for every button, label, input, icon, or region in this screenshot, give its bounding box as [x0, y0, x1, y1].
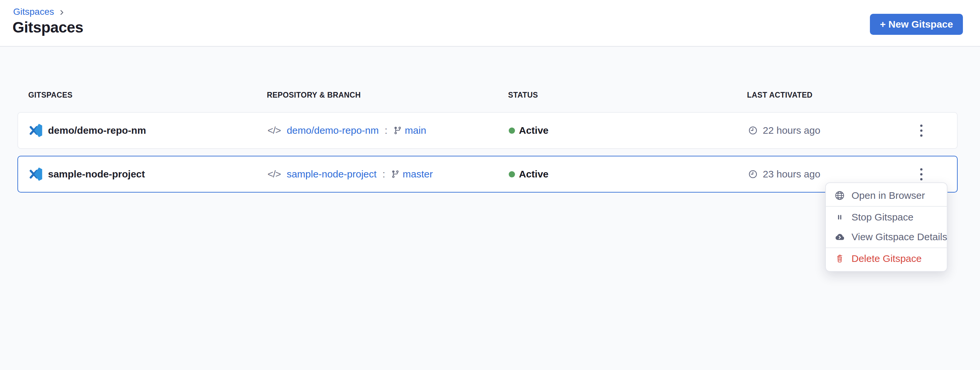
trash-icon	[834, 254, 846, 264]
branch-link[interactable]: master	[402, 168, 433, 180]
status-cell: Active	[509, 113, 549, 148]
page-header: Gitspaces Gitspaces + New Gitspace	[0, 0, 980, 47]
vscode-icon	[29, 167, 43, 181]
gitspace-cell: demo/demo-repo-nm	[29, 113, 146, 148]
repository-branch-cell: </> demo/demo-repo-nm : main	[267, 113, 426, 148]
last-activated-label: 23 hours ago	[763, 168, 820, 180]
globe-icon	[834, 190, 846, 201]
vscode-icon	[29, 123, 43, 138]
status-label: Active	[519, 125, 549, 136]
menu-item-label: Open in Browser	[851, 190, 925, 201]
page-title: Gitspaces	[13, 18, 83, 36]
repo-branch-separator: :	[383, 168, 385, 180]
column-header-gitspaces: GITSPACES	[28, 91, 73, 100]
row-actions-kebab-button[interactable]	[910, 119, 933, 142]
menu-item-label: Stop Gitspace	[851, 211, 913, 223]
column-header-status: STATUS	[508, 91, 538, 100]
clock-icon	[748, 125, 758, 136]
code-icon: </>	[267, 168, 281, 180]
branch-link[interactable]: main	[405, 125, 426, 136]
menu-item-stop-gitspace[interactable]: Stop Gitspace	[826, 207, 947, 227]
menu-item-delete-gitspace[interactable]: Delete Gitspace	[826, 249, 947, 268]
breadcrumb: Gitspaces	[13, 6, 66, 17]
last-activated-label: 22 hours ago	[763, 125, 820, 136]
table-row[interactable]: sample-node-project </> sample-node-proj…	[18, 156, 958, 192]
repo-branch-separator: :	[385, 125, 387, 136]
table-header: GITSPACES REPOSITORY & BRANCH STATUS LAS…	[0, 91, 980, 101]
menu-item-label: Delete Gitspace	[851, 253, 921, 264]
column-header-last-activated: LAST ACTIVATED	[747, 91, 812, 100]
row-actions-menu: Open in Browser Stop Gitspace View Gitsp…	[825, 183, 947, 272]
git-branch-icon	[393, 126, 402, 135]
menu-divider	[826, 248, 947, 248]
status-cell: Active	[509, 156, 549, 192]
breadcrumb-link-gitspaces[interactable]: Gitspaces	[13, 6, 54, 17]
clock-icon	[748, 169, 758, 179]
code-icon: </>	[267, 125, 281, 136]
menu-divider	[826, 206, 947, 207]
menu-item-label: View Gitspace Details	[851, 231, 947, 243]
repository-branch-cell: </> sample-node-project : master	[267, 156, 433, 192]
last-activated-cell: 23 hours ago	[748, 156, 820, 192]
repository-link[interactable]: sample-node-project	[286, 168, 376, 180]
last-activated-cell: 22 hours ago	[748, 113, 820, 148]
status-dot	[509, 127, 515, 134]
table-row[interactable]: demo/demo-repo-nm </> demo/demo-repo-nm …	[18, 112, 958, 149]
chevron-right-icon	[57, 8, 66, 17]
repository-link[interactable]: demo/demo-repo-nm	[286, 125, 379, 136]
menu-item-open-in-browser[interactable]: Open in Browser	[826, 186, 947, 205]
gitspace-cell: sample-node-project	[29, 156, 145, 192]
git-branch-icon	[391, 170, 399, 178]
menu-item-view-gitspace-details[interactable]: View Gitspace Details	[826, 227, 947, 247]
status-label: Active	[519, 168, 549, 180]
gitspace-name: sample-node-project	[48, 168, 145, 180]
status-dot	[509, 171, 515, 178]
column-header-repository-branch: REPOSITORY & BRANCH	[267, 91, 361, 100]
cloud-icon	[834, 231, 846, 243]
pause-icon	[834, 212, 846, 222]
gitspaces-page: Gitspaces Gitspaces + New Gitspace GITSP…	[0, 0, 980, 370]
gitspace-name: demo/demo-repo-nm	[48, 125, 146, 136]
new-gitspace-button[interactable]: + New Gitspace	[870, 14, 963, 35]
